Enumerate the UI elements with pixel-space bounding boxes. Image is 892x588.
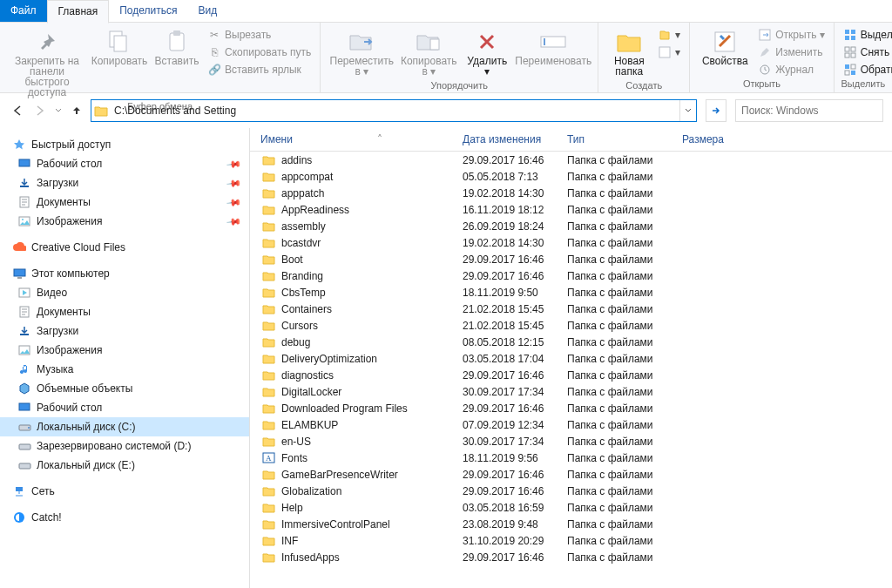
paste-shortcut-button[interactable]: 🔗 Вставить ярлык: [204, 61, 314, 78]
file-name: Boot: [281, 253, 303, 266]
file-row[interactable]: debug08.05.2018 12:15Папка с файлами: [250, 334, 892, 350]
newitem-icon: [658, 28, 672, 42]
quick-access[interactable]: Быстрый доступ: [0, 135, 249, 154]
rename-button[interactable]: Переименовать: [514, 24, 592, 70]
sidebar-music[interactable]: Музыка: [0, 360, 249, 379]
file-row[interactable]: AppReadiness16.11.2019 18:12Папка с файл…: [250, 201, 892, 218]
svg-rect-40: [16, 487, 23, 491]
file-row[interactable]: Containers21.02.2018 15:45Папка с файлам…: [250, 301, 892, 317]
select-invert-button[interactable]: Обратить выделение: [840, 61, 892, 78]
file-row[interactable]: ELAMBKUP07.09.2019 12:34Папка с файлами: [250, 416, 892, 433]
header-size[interactable]: Размера: [682, 133, 752, 145]
file-row[interactable]: assembly26.09.2019 18:24Папка с файлами: [250, 218, 892, 234]
address-dropdown-icon[interactable]: [679, 100, 696, 121]
file-row[interactable]: appcompat05.05.2018 7:13Папка с файлами: [250, 168, 892, 185]
select-none-button[interactable]: Снять выделение: [840, 44, 892, 61]
file-row[interactable]: Boot29.09.2017 16:46Папка с файлами: [250, 251, 892, 267]
properties-button[interactable]: Свойства: [695, 24, 754, 70]
easy-access-button[interactable]: ▾: [654, 44, 684, 61]
file-row[interactable]: InfusedApps29.09.2017 16:46Папка с файла…: [250, 549, 892, 565]
paste-button[interactable]: Вставить: [150, 24, 204, 70]
history-button[interactable]: Журнал: [754, 61, 828, 78]
tab-file[interactable]: Файл: [0, 0, 47, 22]
header-type[interactable]: Тип: [567, 133, 682, 145]
edit-button[interactable]: Изменить: [754, 44, 828, 61]
sidebar-documents2[interactable]: Документы: [0, 302, 249, 321]
selectnone-label: Снять выделение: [861, 46, 892, 58]
file-name: ImmersiveControlPanel: [281, 518, 390, 531]
file-row[interactable]: CbsTemp18.11.2019 9:50Папка с файлами: [250, 284, 892, 301]
header-date[interactable]: Дата изменения: [463, 133, 567, 145]
folder-icon: [260, 253, 276, 267]
tab-share[interactable]: Поделиться: [109, 0, 187, 22]
file-row[interactable]: DeliveryOptimization03.05.2018 17:04Папк…: [250, 350, 892, 367]
file-row[interactable]: ImmersiveControlPanel23.08.2019 9:48Папк…: [250, 516, 892, 532]
sidebar-network[interactable]: Сеть: [0, 482, 249, 501]
moveto-button[interactable]: Переместить в ▾: [326, 24, 397, 80]
file-type: Папка с файлами: [567, 436, 682, 448]
sidebar-drive-e[interactable]: Локальный диск (E:): [0, 456, 249, 475]
svg-rect-33: [20, 334, 29, 335]
sidebar-downloads2[interactable]: Загрузки: [0, 321, 249, 341]
file-row[interactable]: INF31.10.2019 20:29Папка с файлами: [250, 532, 892, 549]
copyto-button[interactable]: Копировать в ▾: [397, 24, 460, 80]
sidebar-pictures2[interactable]: Изображения: [0, 341, 249, 360]
folder-icon: [260, 517, 276, 531]
file-row[interactable]: Branding29.09.2017 16:46Папка с файлами: [250, 267, 892, 284]
tab-home[interactable]: Главная: [47, 0, 110, 24]
file-type: Папка с файлами: [567, 369, 682, 382]
copy-path-button[interactable]: ⎘ Скопировать путь: [204, 44, 314, 61]
recent-locations-button[interactable]: [54, 102, 63, 119]
copy-button[interactable]: Копировать: [89, 24, 150, 70]
file-row[interactable]: Help03.05.2018 16:59Папка с файлами: [250, 499, 892, 516]
sidebar-catch[interactable]: Catch!: [0, 508, 249, 527]
file-name: Help: [281, 502, 303, 514]
delete-button[interactable]: Удалить ▾: [460, 24, 514, 80]
sidebar-desktop2[interactable]: Рабочий стол: [0, 398, 249, 417]
sidebar-downloads[interactable]: Загрузки 📌: [0, 173, 249, 193]
file-name: DigitalLocker: [281, 386, 341, 398]
cut-button[interactable]: ✂ Вырезать: [204, 26, 314, 44]
file-row[interactable]: Downloaded Program Files29.09.2017 16:46…: [250, 400, 892, 416]
file-row[interactable]: en-US30.09.2017 17:34Папка с файлами: [250, 433, 892, 449]
forward-button[interactable]: [31, 102, 49, 119]
file-type: Папка с файлами: [567, 502, 682, 514]
file-row[interactable]: apppatch19.02.2018 14:30Папка с файлами: [250, 185, 892, 201]
search-input[interactable]: [736, 105, 882, 117]
go-button[interactable]: [706, 99, 726, 122]
header-name-label: Имени: [260, 133, 293, 145]
sidebar-drive-c[interactable]: Локальный диск (C:): [0, 417, 249, 436]
new-folder-button[interactable]: Новая папка: [604, 24, 654, 80]
back-button[interactable]: [9, 102, 26, 119]
tab-view[interactable]: Вид: [187, 0, 227, 22]
sidebar-thispc[interactable]: Этот компьютер: [0, 264, 249, 283]
sidebar-drive-d[interactable]: Зарезервировано системой (D:): [0, 436, 249, 456]
file-row[interactable]: AFonts18.11.2019 9:56Папка с файлами: [250, 449, 892, 466]
file-row[interactable]: Cursors21.02.2018 15:45Папка с файлами: [250, 317, 892, 334]
pin-icon: [37, 28, 57, 56]
address-bar[interactable]: C:\Documents and Setting: [91, 99, 697, 122]
sidebar-videos[interactable]: Видео: [0, 283, 249, 302]
up-button[interactable]: [68, 102, 85, 119]
sidebar-3d[interactable]: Объемные объекты: [0, 379, 249, 398]
file-row[interactable]: GameBarPresenceWriter29.09.2017 16:46Пап…: [250, 466, 892, 483]
sidebar-pictures[interactable]: Изображения 📌: [0, 212, 249, 231]
file-date: 29.09.2017 16:46: [463, 154, 567, 166]
new-item-button[interactable]: ▾: [654, 26, 684, 44]
header-name[interactable]: Имени ˄: [260, 133, 463, 145]
search-box[interactable]: [735, 99, 883, 122]
open-button[interactable]: Открыть ▾: [754, 26, 828, 44]
file-row[interactable]: DigitalLocker30.09.2017 17:34Папка с фай…: [250, 383, 892, 400]
file-row[interactable]: diagnostics29.09.2017 16:46Папка с файла…: [250, 367, 892, 383]
svg-rect-38: [19, 444, 30, 449]
pin-to-quick-button[interactable]: Закрепить на панели быстрого доступа: [5, 24, 89, 101]
sidebar-desktop[interactable]: Рабочий стол 📌: [0, 154, 249, 173]
file-row[interactable]: addins29.09.2017 16:46Папка с файлами: [250, 152, 892, 168]
select-all-button[interactable]: Выделить все: [840, 26, 892, 44]
file-row[interactable]: Globalization29.09.2017 16:46Папка с фай…: [250, 483, 892, 499]
file-row[interactable]: bcastdvr19.02.2018 14:30Папка с файлами: [250, 234, 892, 251]
file-name: Globalization: [281, 485, 341, 497]
sidebar-documents[interactable]: Документы 📌: [0, 193, 249, 212]
sidebar-ccf[interactable]: Creative Cloud Files: [0, 238, 249, 257]
moveto-label: Переместить в ▾: [330, 56, 395, 77]
